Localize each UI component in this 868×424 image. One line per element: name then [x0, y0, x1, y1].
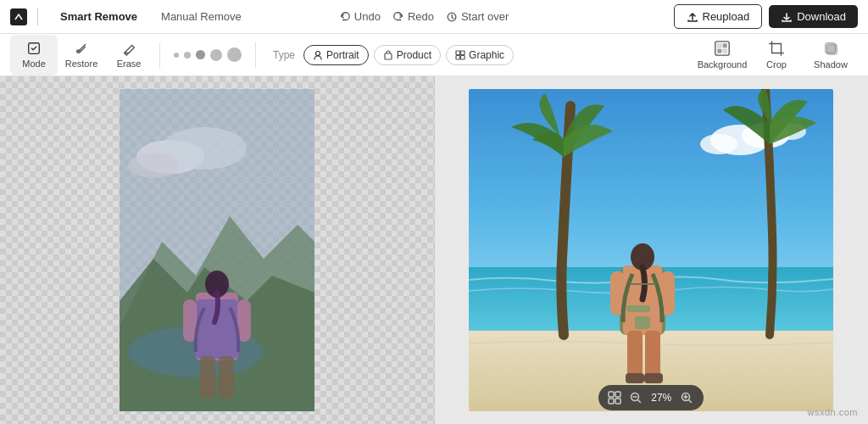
mode-tool-button[interactable]: Mode — [10, 35, 58, 75]
header-center-actions: Undo Redo Start over — [339, 10, 509, 23]
svg-rect-47 — [644, 373, 663, 383]
download-icon — [781, 11, 793, 23]
header-divider — [37, 8, 38, 25]
type-label: Type — [273, 49, 295, 61]
svg-rect-46 — [626, 373, 644, 383]
svg-point-21 — [128, 153, 179, 178]
redo-label: Redo — [408, 10, 434, 23]
fit-screen-icon — [607, 390, 622, 405]
crop-label: Crop — [766, 59, 787, 70]
download-button[interactable]: Download — [769, 5, 858, 28]
toolbar-right: Background Crop Shadow — [695, 35, 858, 75]
zoom-in-button[interactable] — [678, 389, 695, 406]
brush-size-md[interactable] — [196, 50, 205, 59]
brush-size-selector — [167, 47, 248, 62]
reupload-icon — [687, 11, 698, 23]
svg-rect-28 — [219, 356, 234, 399]
product-label: Product — [397, 49, 431, 61]
svg-rect-13 — [718, 49, 722, 53]
undo-icon — [339, 11, 351, 23]
zoom-value: 27% — [649, 392, 673, 404]
svg-rect-27 — [200, 356, 215, 399]
svg-rect-6 — [456, 51, 460, 55]
toolbar-divider-1 — [159, 42, 160, 68]
reupload-label: Reupload — [703, 10, 750, 23]
result-image-container — [469, 89, 833, 411]
download-label: Download — [797, 10, 846, 23]
svg-rect-45 — [645, 331, 660, 377]
brush-size-sm[interactable] — [184, 52, 191, 59]
erase-icon — [121, 41, 136, 56]
type-product-button[interactable]: Product — [374, 45, 441, 65]
app-logo — [10, 8, 27, 25]
graphic-label: Graphic — [469, 49, 504, 61]
background-icon — [714, 40, 731, 57]
toolbar: Mode Restore Erase — [0, 34, 868, 76]
background-label: Background — [698, 59, 748, 70]
crop-tool-button[interactable]: Crop — [749, 35, 804, 75]
undo-label: Undo — [354, 10, 381, 23]
svg-rect-10 — [715, 42, 729, 55]
toolbar-left: Mode Restore Erase — [10, 35, 524, 75]
start-over-icon — [446, 11, 458, 23]
graphic-icon — [455, 50, 465, 60]
svg-rect-8 — [456, 55, 460, 59]
start-over-label: Start over — [461, 10, 509, 23]
svg-rect-9 — [461, 55, 465, 59]
zoom-out-icon — [630, 392, 642, 404]
brush-size-xl[interactable] — [227, 47, 242, 62]
canvas-area: 27% wsxdn.com — [0, 76, 868, 424]
original-image-container — [120, 89, 314, 411]
svg-rect-5 — [385, 53, 392, 59]
brush-size-xs[interactable] — [174, 53, 179, 58]
svg-rect-50 — [615, 392, 620, 397]
shadow-label: Shadow — [814, 59, 848, 70]
start-over-action[interactable]: Start over — [446, 10, 509, 23]
original-image — [120, 89, 314, 411]
zoom-controls: 27% — [598, 385, 704, 410]
tab-manual-remove[interactable]: Manual Remove — [149, 7, 253, 26]
erase-tool-button[interactable]: Erase — [105, 35, 153, 75]
portrait-label: Portrait — [326, 49, 359, 61]
shadow-tool-button[interactable]: Shadow — [804, 35, 858, 75]
restore-tool-button[interactable]: Restore — [58, 35, 105, 75]
redo-icon — [392, 11, 404, 23]
svg-rect-14 — [723, 49, 727, 53]
restore-label: Restore — [65, 59, 98, 69]
svg-rect-12 — [723, 44, 727, 48]
svg-rect-43 — [626, 305, 650, 312]
svg-rect-48 — [635, 316, 650, 329]
zoom-out-button[interactable] — [627, 389, 644, 406]
restore-icon — [74, 41, 89, 56]
zoom-in-icon — [681, 392, 693, 404]
erase-label: Erase — [117, 59, 142, 69]
type-portrait-button[interactable]: Portrait — [303, 45, 369, 65]
svg-rect-52 — [615, 399, 620, 404]
svg-rect-16 — [826, 44, 837, 54]
left-panel — [0, 76, 435, 424]
watermark: wsxdn.com — [807, 407, 858, 417]
header-bar: Smart Remove Manual Remove Undo Redo Sta… — [0, 0, 868, 34]
header-tabs: Smart Remove Manual Remove — [48, 7, 253, 26]
reupload-button[interactable]: Reupload — [674, 4, 763, 29]
toolbar-divider-2 — [255, 42, 256, 68]
mode-label: Mode — [22, 59, 46, 69]
shadow-icon — [822, 40, 839, 57]
tab-smart-remove[interactable]: Smart Remove — [48, 7, 149, 26]
crop-icon — [768, 40, 785, 57]
brush-size-lg[interactable] — [210, 49, 222, 61]
redo-action[interactable]: Redo — [392, 10, 434, 23]
result-image — [469, 89, 833, 411]
type-section: Type Portrait Product — [263, 45, 524, 65]
portrait-icon — [313, 50, 323, 60]
svg-point-4 — [316, 51, 320, 55]
mode-icon — [26, 41, 42, 56]
undo-action[interactable]: Undo — [339, 10, 381, 23]
type-graphic-button[interactable]: Graphic — [446, 45, 514, 65]
background-tool-button[interactable]: Background — [695, 35, 749, 75]
svg-rect-7 — [461, 51, 465, 55]
svg-rect-44 — [627, 331, 643, 377]
svg-rect-0 — [13, 11, 25, 23]
svg-point-32 — [700, 134, 737, 154]
product-icon — [383, 50, 393, 60]
